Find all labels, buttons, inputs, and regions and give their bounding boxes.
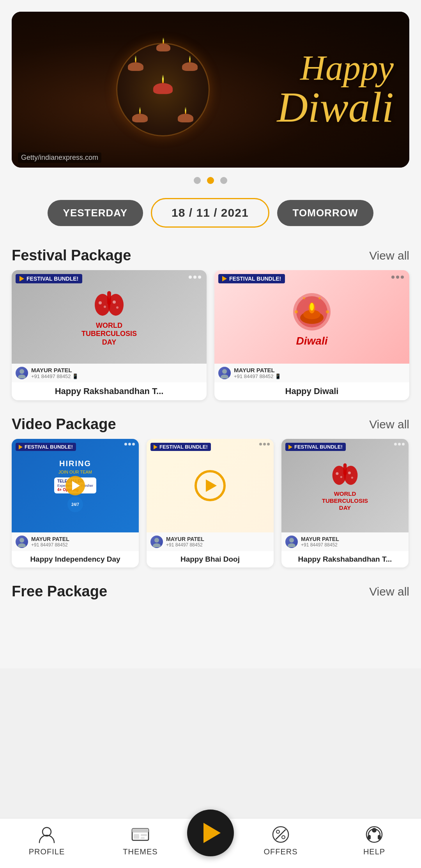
festival-card-1-image: FESTIVAL BUNDLE! (12, 270, 207, 364)
nav-profile[interactable]: PROFILE (0, 825, 94, 856)
nav-themes-label: THEMES (123, 847, 157, 856)
svg-point-6 (116, 306, 119, 309)
tomorrow-button[interactable]: TOMORROW (277, 200, 374, 226)
svg-point-23 (154, 538, 159, 543)
festival-card-2-avatar (218, 367, 231, 379)
hero-image[interactable]: Happy Diwali Getty/indianexpress.com (12, 12, 409, 168)
yesterday-button[interactable]: YESTERDAY (48, 200, 143, 226)
svg-point-24 (153, 543, 161, 547)
svg-rect-2 (107, 291, 111, 305)
video-card-3-phone: +91 84497 88452 (301, 542, 339, 548)
video-card-2[interactable]: FESTIVAL BUNDLE! (147, 439, 274, 567)
festival-card-2-person: MAYUR PATEL +91 84497 88452 📱 (214, 364, 409, 382)
video-card-2-person-name: MAYUR PATEL (166, 536, 204, 542)
video-card-1-person: MAYUR PATEL +91 84497 88452 (12, 532, 139, 551)
center-play-icon (203, 823, 221, 843)
carousel-dot-1[interactable] (194, 177, 201, 184)
free-package-title: Free Package (12, 583, 107, 600)
svg-point-16 (326, 310, 329, 313)
svg-point-28 (336, 472, 338, 475)
svg-rect-47 (378, 835, 381, 840)
video-card-3-person: MAYUR PATEL +91 84497 88452 (281, 532, 409, 551)
nav-themes[interactable]: THEMES (94, 825, 187, 856)
festival-card-2-title: Happy Diwali (214, 382, 409, 400)
carousel-dots (0, 168, 421, 190)
hero-banner: Happy Diwali Getty/indianexpress.com (0, 0, 421, 168)
free-package-header: Free Package View all (0, 575, 421, 606)
video-card-3[interactable]: FESTIVAL BUNDLE! (281, 439, 409, 567)
svg-point-8 (18, 375, 26, 378)
nav-profile-label: PROFILE (29, 847, 65, 856)
video-card-3-person-name: MAYUR PATEL (301, 536, 339, 542)
help-icon (364, 825, 384, 844)
video-package-title: Video Package (12, 416, 116, 433)
svg-rect-27 (343, 463, 347, 476)
svg-point-15 (295, 310, 298, 313)
festival-card-1-badge: FESTIVAL BUNDLE! (27, 276, 78, 282)
video-card-1-title: Happy Independency Day (12, 551, 139, 567)
video-card-3-title: Happy Rakshabandhan T... (281, 551, 409, 567)
svg-rect-46 (368, 835, 371, 840)
video-card-2-phone: +91 84497 88452 (166, 542, 204, 548)
carousel-dot-2[interactable] (207, 177, 214, 184)
svg-point-3 (99, 301, 102, 304)
svg-point-31 (351, 477, 353, 479)
video-card-2-badge: FESTIVAL BUNDLE! (159, 444, 208, 450)
festival-card-2-phone: +91 84497 88452 📱 (234, 373, 281, 379)
svg-point-34 (42, 827, 51, 836)
video-card-3-badge: FESTIVAL BUNDLE! (294, 444, 343, 450)
festival-card-2-person-name: MAYUR PATEL (234, 367, 281, 373)
festival-package-title: Festival Package (12, 247, 131, 264)
festival-package-header: Festival Package View all (0, 239, 421, 270)
svg-point-5 (113, 301, 116, 304)
nav-offers[interactable]: OFFERS (234, 825, 327, 856)
festival-card-2[interactable]: FESTIVAL BUNDLE! (214, 270, 409, 400)
video-card-2-title: Happy Bhai Dooj (147, 551, 274, 567)
festival-card-1-person: MAYUR PATEL +91 84497 88452 📱 (12, 364, 207, 382)
carousel-dot-3[interactable] (220, 177, 227, 184)
nav-center-play-button[interactable] (187, 810, 234, 856)
video-card-3-image: FESTIVAL BUNDLE! (281, 439, 409, 532)
svg-point-19 (222, 369, 227, 374)
video-card-2-image: FESTIVAL BUNDLE! (147, 439, 274, 532)
free-view-all-button[interactable]: View all (369, 585, 409, 598)
festival-view-all-button[interactable]: View all (369, 249, 409, 262)
video-view-all-button[interactable]: View all (369, 418, 409, 431)
video-card-2-avatar (150, 536, 163, 548)
festival-card-2-image: FESTIVAL BUNDLE! (214, 270, 409, 364)
svg-rect-39 (141, 837, 145, 839)
video-cards-row: FESTIVAL BUNDLE! HIRING JOIN OUR TEAM TE… (0, 439, 421, 575)
svg-line-43 (276, 830, 285, 839)
hero-happy-text: Happy (277, 51, 394, 86)
svg-point-42 (282, 836, 285, 839)
hero-credit: Getty/indianexpress.com (18, 152, 101, 163)
video-card-1-person-name: MAYUR PATEL (31, 536, 69, 542)
svg-point-29 (340, 476, 342, 478)
svg-point-22 (18, 543, 26, 547)
themes-icon (131, 825, 150, 844)
today-button[interactable]: 18 / 11 / 2021 (151, 198, 269, 228)
nav-offers-label: OFFERS (264, 847, 297, 856)
svg-point-4 (104, 306, 106, 308)
video-card-1-image: FESTIVAL BUNDLE! HIRING JOIN OUR TEAM TE… (12, 439, 139, 532)
video-card-1-phone: +91 84497 88452 (31, 542, 69, 548)
svg-point-17 (303, 297, 305, 299)
svg-point-41 (276, 830, 279, 833)
bottom-navigation: PROFILE THEMES OFFERS (0, 818, 421, 868)
svg-point-33 (288, 543, 295, 547)
video-card-3-avatar (285, 536, 298, 548)
svg-point-7 (19, 369, 24, 374)
video-card-2-person: MAYUR PATEL +91 84497 88452 (147, 532, 274, 551)
nav-help[interactable]: HELP (327, 825, 421, 856)
festival-card-1[interactable]: FESTIVAL BUNDLE! (12, 270, 207, 400)
offers-icon (271, 825, 290, 844)
svg-point-20 (221, 375, 228, 378)
festival-cards-row: FESTIVAL BUNDLE! (0, 270, 421, 408)
profile-icon (37, 825, 57, 844)
svg-rect-37 (134, 834, 139, 839)
festival-card-1-title: Happy Rakshabandhan T... (12, 382, 207, 400)
nav-help-label: HELP (363, 847, 385, 856)
video-card-1-avatar (16, 536, 28, 548)
video-card-1[interactable]: FESTIVAL BUNDLE! HIRING JOIN OUR TEAM TE… (12, 439, 139, 567)
festival-card-2-badge: FESTIVAL BUNDLE! (229, 276, 281, 282)
